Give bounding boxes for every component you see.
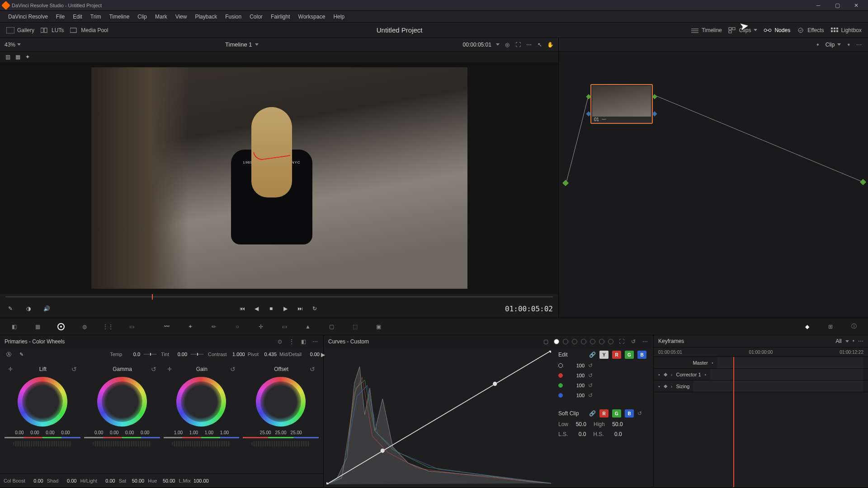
- curves-expand-icon[interactable]: ⛶: [618, 338, 625, 345]
- menu-fairlight[interactable]: Fairlight: [267, 13, 294, 21]
- magic-mask-icon[interactable]: ▭: [278, 321, 290, 333]
- hue-value[interactable]: 50.00: [159, 478, 175, 483]
- wheels-icon[interactable]: [55, 321, 67, 333]
- menu-file[interactable]: File: [52, 13, 68, 21]
- g-intensity[interactable]: 100: [566, 383, 585, 388]
- b-reset-icon[interactable]: ↺: [588, 392, 593, 399]
- r-reset-icon[interactable]: ↺: [588, 372, 593, 379]
- rgb-mixer-icon[interactable]: ⋮⋮: [102, 321, 114, 333]
- splitview-icon[interactable]: ▥: [5, 54, 11, 60]
- sc-g-button[interactable]: G: [612, 409, 621, 418]
- first-frame-button[interactable]: ⏮: [237, 304, 247, 314]
- loop-button[interactable]: ↻: [310, 304, 320, 314]
- curves-custom-icon[interactable]: [554, 339, 559, 344]
- lift-r[interactable]: 0.00: [28, 430, 41, 435]
- lum-vs-sat-icon[interactable]: [590, 339, 595, 344]
- r-intensity[interactable]: 100: [566, 373, 585, 378]
- curves-icon[interactable]: 〰: [161, 321, 173, 333]
- tint-value[interactable]: 0.00: [171, 352, 187, 357]
- offset-g[interactable]: 25.00: [274, 430, 287, 435]
- viewer-canvas[interactable]: 1989 EST. BROOKLYN, NYC: [0, 62, 558, 293]
- curve-plot[interactable]: ▶: [326, 351, 551, 484]
- offset-jog[interactable]: [251, 441, 310, 446]
- ls-value[interactable]: 0.0: [570, 431, 586, 437]
- menu-davinci[interactable]: DaVinci Resolve: [5, 13, 52, 21]
- effects-button[interactable]: Effects: [797, 27, 824, 33]
- link-icon[interactable]: 🔗: [589, 352, 596, 358]
- node-zoom-dot2-icon[interactable]: •: [847, 41, 850, 49]
- y-reset-icon[interactable]: ↺: [588, 362, 593, 369]
- corrector-label[interactable]: Corrector 1: [676, 372, 701, 377]
- gamma-y[interactable]: 0.00: [93, 430, 105, 435]
- menu-clip[interactable]: Clip: [134, 13, 151, 21]
- options-icon[interactable]: ⋯: [526, 42, 532, 48]
- gain-picker-icon[interactable]: ✛: [167, 366, 174, 372]
- menu-playback[interactable]: Playback: [191, 13, 221, 21]
- gamma-r[interactable]: 0.00: [108, 430, 121, 435]
- menu-mark[interactable]: Mark: [151, 13, 171, 21]
- key-icon[interactable]: ▢: [326, 321, 337, 333]
- sizing-label[interactable]: Sizing: [676, 384, 690, 389]
- playhead-icon[interactable]: [152, 294, 153, 300]
- bypass-icon[interactable]: ◎: [504, 42, 510, 48]
- sat-vs-sat-icon[interactable]: [599, 339, 604, 344]
- pivot-value[interactable]: 0.435: [260, 352, 277, 357]
- kf-options-icon[interactable]: ⋯: [858, 338, 863, 344]
- temp-value[interactable]: 0.0: [124, 352, 140, 357]
- low-value[interactable]: 50.0: [570, 421, 586, 427]
- keyframe-playhead-icon[interactable]: [733, 357, 734, 487]
- timeline-button[interactable]: Timeline: [691, 27, 722, 33]
- viewer-timecode[interactable]: 00:00:05:01: [463, 42, 491, 48]
- maximize-button[interactable]: ▢: [828, 0, 846, 10]
- log-mode-icon[interactable]: ◧: [300, 338, 307, 345]
- node-options-icon[interactable]: ⋯: [856, 42, 862, 48]
- lift-reset-icon[interactable]: ↺: [71, 366, 77, 373]
- gain-g[interactable]: 1.00: [203, 430, 215, 435]
- window-icon[interactable]: ○: [231, 321, 243, 333]
- lift-g[interactable]: 0.00: [44, 430, 57, 435]
- kf-dot-icon[interactable]: •: [853, 338, 854, 344]
- colboost-value[interactable]: 0.00: [27, 478, 43, 483]
- curves-mode1-icon[interactable]: ▢: [542, 338, 549, 345]
- mediapool-button[interactable]: Media Pool: [70, 27, 108, 33]
- menu-workspace[interactable]: Workspace: [295, 13, 329, 21]
- offset-r[interactable]: 25.00: [259, 430, 272, 435]
- softclip-link-icon[interactable]: 🔗: [589, 410, 596, 417]
- clip-selector[interactable]: Clip: [826, 42, 841, 48]
- minimize-button[interactable]: ─: [809, 0, 827, 10]
- gallery-button[interactable]: Gallery: [6, 27, 34, 33]
- bars-mode-icon[interactable]: ⋮: [288, 338, 295, 345]
- color-match-icon[interactable]: ▦: [32, 321, 43, 333]
- hue-vs-hue-icon[interactable]: [563, 339, 568, 344]
- warper-icon[interactable]: ✦: [184, 321, 196, 333]
- hue-vs-sat-icon[interactable]: [572, 339, 577, 344]
- serial-node-1[interactable]: 01〰: [590, 84, 653, 124]
- menu-timeline[interactable]: Timeline: [105, 13, 133, 21]
- lightbox-button[interactable]: Lightbox: [830, 27, 862, 33]
- node-zoom-dot-icon[interactable]: •: [816, 41, 819, 49]
- b-intensity[interactable]: 100: [566, 393, 585, 398]
- stop-button[interactable]: ■: [266, 304, 276, 314]
- transport-timecode[interactable]: 01:00:05:02: [505, 305, 553, 313]
- g-reset-icon[interactable]: ↺: [588, 382, 593, 389]
- gamma-g[interactable]: 0.00: [123, 430, 136, 435]
- timeline-selector[interactable]: Timeline 1: [225, 41, 258, 48]
- menu-help[interactable]: Help: [330, 13, 348, 21]
- highlight-icon[interactable]: ✦: [24, 54, 31, 60]
- hilight-value[interactable]: 0.00: [99, 478, 115, 483]
- shad-value[interactable]: 0.00: [60, 478, 76, 483]
- kf-all-selector[interactable]: All: [835, 338, 841, 344]
- menu-fusion[interactable]: Fusion: [222, 13, 245, 21]
- pointer-icon[interactable]: ↖: [537, 42, 543, 48]
- channel-y-button[interactable]: Y: [599, 351, 609, 359]
- sizing-icon[interactable]: ⬚: [349, 321, 361, 333]
- gain-reset-icon[interactable]: ↺: [230, 366, 236, 373]
- gamma-reset-icon[interactable]: ↺: [151, 366, 156, 373]
- lift-picker-icon[interactable]: ✛: [8, 366, 14, 372]
- offset-wheel[interactable]: [256, 377, 306, 427]
- blur-icon[interactable]: ▲: [302, 321, 314, 333]
- gamma-b[interactable]: 0.00: [139, 430, 151, 435]
- close-button[interactable]: ✕: [847, 0, 865, 10]
- channel-g-button[interactable]: G: [625, 351, 634, 359]
- gamma-wheel[interactable]: [97, 377, 147, 427]
